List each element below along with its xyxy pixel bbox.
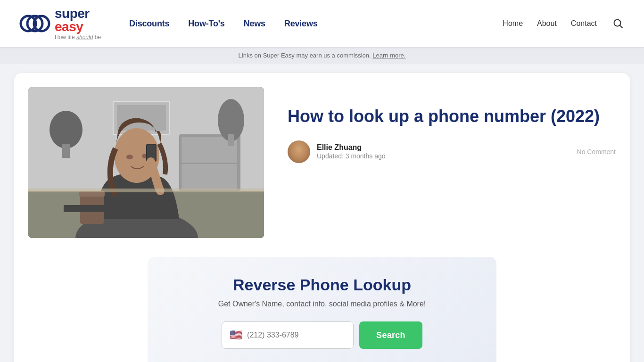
svg-point-19: [126, 155, 133, 159]
nav-item-reviews[interactable]: Reviews: [284, 19, 318, 29]
phone-input-row: 🇺🇸 Search: [166, 321, 478, 349]
nav-item-home[interactable]: Home: [503, 19, 523, 28]
nav-item-howtos[interactable]: How-To's: [188, 19, 224, 29]
affiliate-text: Links on Super Easy may earn us a commis…: [239, 52, 373, 59]
author-updated: Updated: 3 months ago: [317, 152, 386, 160]
logo-super: super: [55, 6, 90, 21]
search-button[interactable]: Search: [359, 321, 422, 349]
article-title: How to look up a phone number (2022): [288, 106, 616, 126]
logo-icon: [19, 8, 51, 40]
svg-rect-14: [228, 134, 234, 146]
author-name: Ellie Zhuang: [317, 143, 570, 152]
no-comment: No Comment: [577, 148, 616, 156]
phone-lookup-widget: Reverse Phone Lookup Get Owner's Name, c…: [148, 257, 496, 362]
right-navigation: Home About Contact: [503, 16, 625, 31]
search-icon-button[interactable]: [611, 16, 625, 31]
widget-subtitle: Get Owner's Name, contact info, social m…: [166, 300, 478, 308]
logo-tagline: How life should be: [55, 34, 101, 40]
learn-more-link[interactable]: Learn more.: [372, 52, 405, 59]
affiliate-banner: Links on Super Easy may earn us a commis…: [0, 47, 644, 64]
svg-rect-25: [64, 205, 106, 212]
nav-item-discounts[interactable]: Discounts: [129, 19, 169, 29]
svg-rect-26: [28, 189, 264, 192]
main-navigation: Discounts How-To's News Reviews: [129, 19, 503, 29]
main-content: How to look up a phone number (2022) Ell…: [0, 64, 644, 362]
logo[interactable]: super easy How life should be: [19, 7, 101, 40]
article-image: [28, 87, 264, 238]
logo-text: super easy How life should be: [55, 7, 101, 40]
author-avatar: [288, 140, 310, 163]
svg-point-11: [50, 111, 83, 148]
flag-icon: 🇺🇸: [230, 329, 242, 341]
nav-item-contact[interactable]: Contact: [571, 19, 597, 28]
svg-rect-10: [182, 164, 237, 190]
svg-rect-12: [62, 144, 70, 158]
phone-input-wrap: 🇺🇸: [222, 321, 354, 349]
article-hero: How to look up a phone number (2022) Ell…: [28, 87, 616, 238]
author-row: Ellie Zhuang Updated: 3 months ago No Co…: [288, 140, 616, 163]
article-card: How to look up a phone number (2022) Ell…: [14, 73, 630, 362]
search-icon: [613, 18, 623, 29]
author-info: Ellie Zhuang Updated: 3 months ago: [317, 143, 570, 160]
article-meta: How to look up a phone number (2022) Ell…: [288, 87, 616, 163]
nav-item-about[interactable]: About: [537, 19, 557, 28]
hero-image-svg: [28, 87, 264, 238]
logo-easy: easy: [55, 19, 83, 34]
phone-number-input[interactable]: [247, 331, 346, 339]
svg-line-4: [620, 25, 622, 28]
nav-item-news[interactable]: News: [244, 19, 265, 29]
site-header: super easy How life should be Discounts …: [0, 0, 644, 47]
widget-title: Reverse Phone Lookup: [166, 276, 478, 294]
